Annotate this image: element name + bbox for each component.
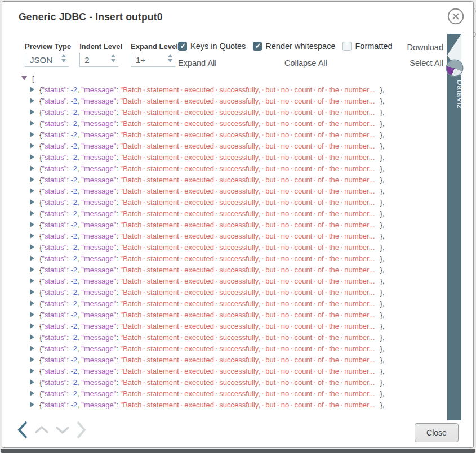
select-all-link[interactable]: Select All — [410, 59, 443, 68]
stepper-arrows-icon[interactable] — [61, 54, 66, 62]
tree-row[interactable]: {"status": -2, "message": "Batch·stateme… — [21, 174, 385, 185]
json-string: the — [329, 108, 339, 116]
arrow-up-icon[interactable] — [61, 54, 66, 57]
whitespace-dot: · — [260, 176, 265, 184]
expand-all-link[interactable]: Expand All — [178, 59, 217, 68]
tree-row[interactable]: {"status": -2, "message": "Batch·stateme… — [21, 129, 385, 140]
tree-row[interactable]: {"status": -2, "message": "Batch·stateme… — [21, 230, 385, 241]
expand-triangle-icon[interactable] — [30, 222, 34, 227]
download-link[interactable]: Download — [407, 43, 444, 52]
chevron-right-icon[interactable] — [75, 420, 87, 439]
tree-row[interactable]: {"status": -2, "message": "Batch·stateme… — [21, 331, 385, 343]
tree-row[interactable]: {"status": -2, "message": "Batch·stateme… — [21, 376, 385, 388]
tree-row[interactable]: {"status": -2, "message": "Batch·stateme… — [21, 343, 385, 354]
whitespace-dot: · — [324, 187, 329, 195]
tree-row[interactable]: {"status": -2, "message": "Batch·stateme… — [21, 320, 385, 331]
expand-triangle-icon[interactable] — [30, 98, 34, 104]
expand-triangle-icon[interactable] — [30, 188, 34, 194]
formatted-checkbox[interactable]: Formatted — [342, 42, 392, 51]
expand-triangle-icon[interactable] — [30, 346, 34, 351]
expand-triangle-icon[interactable] — [30, 87, 34, 92]
expand-triangle-icon[interactable] — [30, 278, 34, 284]
tree-row[interactable]: {"status": -2, "message": "Batch·stateme… — [21, 388, 385, 399]
checkbox-box-icon[interactable] — [178, 42, 187, 51]
tree-row[interactable]: {"status": -2, "message": "Batch·stateme… — [21, 264, 385, 275]
close-icon[interactable] — [447, 8, 464, 25]
tree-row[interactable]: {"status": -2, "message": "Batch·stateme… — [21, 140, 385, 151]
render-whitespace-checkbox[interactable]: Render whitespace — [253, 42, 335, 51]
expand-triangle-icon[interactable] — [30, 267, 34, 272]
tree-row[interactable]: {"status": -2, "message": "Batch·stateme… — [21, 118, 385, 129]
checkbox-box-icon[interactable] — [253, 42, 262, 51]
expand-triangle-icon[interactable] — [30, 143, 34, 149]
expand-triangle-icon[interactable] — [30, 177, 34, 182]
expand-triangle-icon[interactable] — [30, 312, 34, 317]
tree-root-row[interactable]: [ — [21, 73, 385, 84]
tree-row[interactable]: {"status": -2, "message": "Batch·stateme… — [21, 286, 385, 298]
arrow-down-icon[interactable] — [168, 59, 172, 62]
expand-triangle-icon[interactable] — [30, 368, 34, 374]
expand-triangle-icon[interactable] — [30, 154, 34, 160]
chevron-left-icon[interactable] — [16, 420, 29, 439]
tree-row[interactable]: {"status": -2, "message": "Batch·stateme… — [21, 309, 385, 320]
dataviz-tab[interactable]: DataViz — [447, 34, 461, 420]
expand-triangle-icon[interactable] — [30, 255, 34, 261]
chevron-down-icon[interactable] — [55, 425, 70, 435]
expand-triangle-icon[interactable] — [30, 199, 34, 205]
tree-row[interactable]: {"status": -2, "message": "Batch·stateme… — [21, 163, 385, 174]
checkbox-box-icon[interactable] — [342, 42, 352, 51]
tree-row[interactable]: {"status": -2, "message": "Batch·stateme… — [21, 253, 385, 264]
tree-row[interactable]: {"status": -2, "message": "Batch·stateme… — [21, 399, 385, 410]
expand-triangle-icon[interactable] — [30, 244, 34, 250]
tree-row[interactable]: {"status": -2, "message": "Batch·stateme… — [21, 219, 385, 230]
json-number: -2 — [71, 97, 78, 105]
root-bracket: [ — [32, 74, 34, 83]
stepper-arrows-icon[interactable] — [111, 54, 115, 62]
json-key: "status" — [42, 277, 66, 285]
expand-triangle-icon[interactable] — [30, 300, 34, 306]
stepper-arrows-icon[interactable] — [168, 54, 172, 62]
expand-triangle-icon[interactable] — [30, 379, 34, 385]
collapse-all-link[interactable]: Collapse All — [284, 59, 327, 68]
arrow-down-icon[interactable] — [61, 59, 66, 62]
expand-triangle-icon[interactable] — [30, 323, 34, 329]
json-string: number... — [344, 378, 375, 387]
chevron-up-icon[interactable] — [34, 425, 50, 435]
arrow-up-icon[interactable] — [111, 54, 115, 57]
tree-row[interactable]: {"status": -2, "message": "Batch·stateme… — [21, 106, 385, 118]
tree-row[interactable]: {"status": -2, "message": "Batch·stateme… — [21, 275, 385, 286]
whitespace-dot: · — [179, 378, 184, 387]
tree-row[interactable]: {"status": -2, "message": "Batch·stateme… — [21, 151, 385, 163]
tree-row[interactable]: {"status": -2, "message": "Batch·stateme… — [21, 241, 385, 253]
close-button[interactable]: Close — [415, 423, 459, 442]
expand-triangle-icon[interactable] — [30, 132, 34, 137]
keys-in-quotes-checkbox[interactable]: Keys in Quotes — [178, 42, 246, 51]
collapse-triangle-icon[interactable] — [21, 76, 27, 80]
preview-type-spinner[interactable]: JSON — [25, 53, 69, 67]
expand-triangle-icon[interactable] — [30, 357, 34, 362]
arrow-up-icon[interactable] — [168, 54, 172, 57]
expand-triangle-icon[interactable] — [30, 210, 34, 216]
tree-row[interactable]: {"status": -2, "message": "Batch·stateme… — [21, 298, 385, 309]
expand-triangle-icon[interactable] — [30, 109, 34, 115]
indent-level-spinner[interactable]: 2 — [79, 53, 118, 67]
expand-triangle-icon[interactable] — [30, 165, 34, 171]
json-string: but — [265, 198, 275, 207]
json-string: "Batch — [121, 356, 142, 364]
tree-row[interactable]: {"status": -2, "message": "Batch·stateme… — [21, 354, 385, 365]
tree-row[interactable]: {"status": -2, "message": "Batch·stateme… — [21, 208, 385, 219]
expand-level-spinner[interactable]: 1+ — [131, 53, 175, 67]
tree-row[interactable]: {"status": -2, "message": "Batch·stateme… — [21, 365, 385, 376]
tree-row[interactable]: {"status": -2, "message": "Batch·stateme… — [21, 185, 385, 196]
json-string: executed — [184, 243, 214, 252]
tree-row[interactable]: {"status": -2, "message": "Batch·stateme… — [21, 196, 385, 208]
arrow-down-icon[interactable] — [111, 59, 115, 62]
tree-row[interactable]: {"status": -2, "message": "Batch·stateme… — [21, 95, 385, 106]
expand-triangle-icon[interactable] — [30, 402, 34, 407]
expand-triangle-icon[interactable] — [30, 334, 34, 340]
expand-triangle-icon[interactable] — [30, 391, 34, 396]
tree-row[interactable]: {"status": -2, "message": "Batch·stateme… — [21, 84, 385, 95]
expand-triangle-icon[interactable] — [30, 289, 34, 295]
expand-triangle-icon[interactable] — [30, 233, 34, 239]
expand-triangle-icon[interactable] — [30, 120, 34, 126]
